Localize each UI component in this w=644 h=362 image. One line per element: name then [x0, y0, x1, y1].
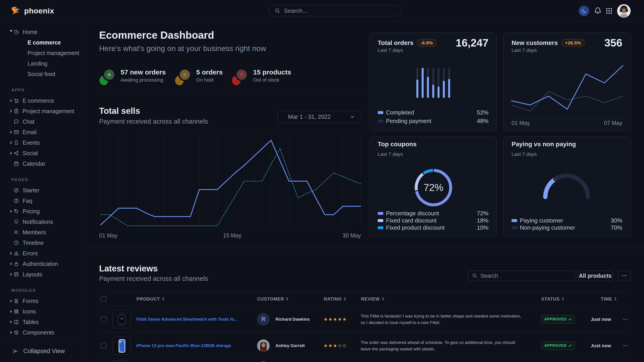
rating-stars [324, 344, 346, 348]
sidebar-item-e-commerce[interactable]: E commerce [0, 37, 86, 48]
legend-value: 10% [477, 224, 488, 231]
tag-icon [14, 209, 19, 214]
notifications-button[interactable] [594, 0, 602, 22]
sidebar-item-errors[interactable]: Errors [0, 248, 86, 259]
legend-swatch [378, 111, 383, 114]
sidebar-section-modules: MODULES [0, 285, 86, 296]
sidebar-item-project-management[interactable]: Project management [0, 48, 86, 58]
avatar-image [257, 340, 270, 352]
page-subtitle: Here's what's going on at your business … [99, 44, 266, 53]
row-checkbox[interactable] [101, 343, 106, 349]
sidebar-item-social[interactable]: Social [0, 148, 86, 158]
product-thumbnail-iphone[interactable] [112, 337, 130, 355]
row-actions-button[interactable] [623, 343, 628, 348]
sidebar-section-apps: APPS [0, 85, 86, 95]
sidebar-item-forms[interactable]: Forms [0, 296, 86, 306]
user-avatar[interactable] [617, 0, 630, 22]
sidebar-item-tables[interactable]: Tables [0, 317, 86, 327]
phoenix-logo-icon [11, 6, 20, 16]
sidebar-item-faq[interactable]: Faq [0, 195, 86, 206]
sort-icon [286, 297, 289, 301]
star-empty-icon [338, 344, 342, 348]
question-circle-icon [14, 198, 19, 203]
sidebar-item-starter[interactable]: Starter [0, 185, 86, 195]
chevron-right-icon [10, 141, 12, 144]
sidebar-item-apps-e-commerce[interactable]: E commerce [0, 95, 86, 106]
legend-fixed-product: Fixed product discount 10% [378, 224, 488, 231]
reviews-table: PRODUCT CUSTOMER RATING REVIEW STATUS TI… [99, 292, 631, 362]
date-range-select[interactable]: Mar 1 - 31, 2022 [278, 111, 362, 123]
column-rating[interactable]: RATING [324, 296, 346, 301]
column-status[interactable]: STATUS [541, 296, 564, 301]
card-period: Last 7 days [512, 47, 537, 53]
search-icon [472, 273, 477, 278]
sidebar-item-pricing[interactable]: Pricing [0, 206, 86, 216]
review-row-2: iPhone 13 pro max-Pacific Blue-128GB sto… [99, 333, 631, 359]
sidebar-item-calendar[interactable]: Calendar [0, 158, 86, 169]
column-product[interactable]: PRODUCT [136, 296, 165, 301]
ts-label-30may: 30 May [342, 232, 361, 239]
quick-stats: 57 new orders Awating processing 5 order… [99, 65, 291, 86]
sidebar-item-events[interactable]: Events [0, 137, 86, 148]
legend-value: 48% [477, 118, 488, 125]
sidebar-item-email[interactable]: Email [0, 127, 86, 137]
apps-grid-button[interactable] [605, 0, 613, 22]
iphone-image [113, 337, 130, 355]
product-thumbnail-fitbit[interactable]: 73 [112, 310, 130, 328]
star-circle-icon [104, 69, 114, 80]
sidebar-item-chat[interactable]: Chat [0, 116, 86, 127]
collapsed-view-toggle[interactable]: Collapsed View [0, 340, 86, 362]
clipboard-icon [14, 108, 19, 114]
row-checkbox[interactable] [101, 316, 106, 322]
column-review[interactable]: REVIEW [361, 296, 384, 301]
search-placeholder: Search... [284, 7, 307, 14]
column-customer[interactable]: CUSTOMER [257, 296, 289, 301]
brand-logo[interactable]: phoenix [11, 0, 54, 22]
cube-icon [14, 330, 19, 335]
review-text: The order was delivered ahead of schedul… [361, 339, 540, 352]
total-sells-title: Total sells [99, 106, 140, 116]
sidebar-item-components[interactable]: Components [0, 327, 86, 338]
chevron-right-icon [10, 273, 12, 276]
review-row-3 [99, 359, 631, 362]
product-link[interactable]: Fitbit Sense Advanced Smartwatch with To… [136, 317, 238, 322]
star-empty-icon [342, 344, 346, 348]
sidebar-item-authentication[interactable]: Authentication [0, 259, 86, 269]
sidebar-item-members[interactable]: Members [0, 227, 86, 237]
sidebar-item-timeline[interactable]: Timeline [0, 237, 86, 248]
select-all-checkbox[interactable] [101, 296, 106, 302]
product-link[interactable]: iPhone 13 pro max-Pacific Blue-128GB sto… [136, 343, 231, 348]
column-time[interactable]: TIME [601, 296, 617, 301]
sidebar-item-landing[interactable]: Landing [0, 58, 86, 69]
reviews-more-button[interactable] [618, 271, 631, 281]
ts-label-15may: 15 May [223, 232, 242, 239]
legend-pending: Pending payment 48% [378, 118, 488, 125]
sidebar-item-home[interactable]: Home [0, 27, 86, 37]
sidebar-item-layouts[interactable]: Layouts [0, 269, 86, 280]
review-time: Just now [591, 343, 611, 348]
paying-gauge-chart [542, 172, 591, 199]
all-products-button[interactable]: All products [578, 271, 613, 281]
sidebar-item-notifications[interactable]: Notifications [0, 216, 86, 227]
pie-chart-icon [14, 29, 19, 35]
product-thumbnail[interactable] [112, 361, 130, 362]
total-orders-card: Total orders -6.8% 16,247 Last 7 days Co… [370, 32, 497, 131]
chevron-down-icon [350, 114, 355, 119]
legend-value: 72% [477, 210, 488, 217]
envelope-icon [14, 129, 19, 135]
sidebar-item-apps-project-management[interactable]: Project management [0, 106, 86, 116]
legend-nonpaying: Non-paying customer 70% [512, 224, 622, 231]
chevron-right-icon [10, 131, 12, 134]
sidebar-item-social-feed[interactable]: Social feed [0, 69, 86, 79]
ellipsis-icon [623, 343, 628, 348]
reviews-search-input[interactable]: Search [468, 271, 575, 281]
date-range-value: Mar 1 - 31, 2022 [288, 113, 331, 120]
sort-icon [344, 297, 346, 301]
global-search-input[interactable]: Search... [268, 5, 401, 16]
brand-name: phoenix [24, 6, 54, 15]
theme-toggle-button[interactable] [579, 0, 589, 22]
sidebar-item-icons[interactable]: Icons [0, 306, 86, 317]
row-actions-button[interactable] [623, 317, 628, 322]
grid-dots-icon [605, 7, 613, 15]
bell-icon [14, 219, 19, 225]
